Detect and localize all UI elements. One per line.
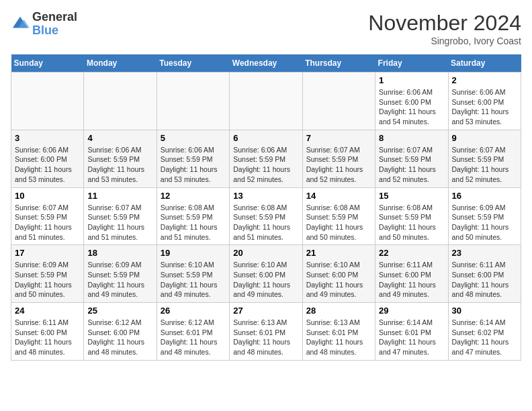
title-block: November 2024 Singrobo, Ivory Coast — [368, 11, 521, 46]
weekday-header: Wednesday — [230, 54, 302, 73]
day-number: 27 — [233, 306, 298, 316]
day-number: 5 — [161, 133, 226, 143]
calendar-cell: 26Sunrise: 6:12 AM Sunset: 6:01 PM Dayli… — [157, 303, 229, 361]
calendar-header: SundayMondayTuesdayWednesdayThursdayFrid… — [11, 54, 521, 73]
month-title: November 2024 — [368, 11, 521, 36]
day-number: 29 — [379, 306, 444, 316]
day-number: 24 — [15, 306, 80, 316]
calendar-cell: 22Sunrise: 6:11 AM Sunset: 6:00 PM Dayli… — [375, 245, 448, 303]
day-number: 10 — [15, 191, 80, 201]
day-info: Sunrise: 6:07 AM Sunset: 5:59 PM Dayligh… — [15, 203, 80, 242]
weekday-row: SundayMondayTuesdayWednesdayThursdayFrid… — [11, 54, 521, 73]
day-number: 23 — [452, 248, 517, 258]
day-info: Sunrise: 6:06 AM Sunset: 5:59 PM Dayligh… — [87, 145, 152, 185]
day-info: Sunrise: 6:06 AM Sunset: 6:00 PM Dayligh… — [379, 87, 444, 127]
day-number: 3 — [15, 133, 80, 143]
calendar-cell: 30Sunrise: 6:14 AM Sunset: 6:02 PM Dayli… — [448, 303, 521, 361]
weekday-header: Thursday — [302, 54, 375, 73]
day-info: Sunrise: 6:14 AM Sunset: 6:01 PM Dayligh… — [379, 318, 444, 357]
weekday-header: Tuesday — [157, 54, 229, 73]
calendar-cell: 15Sunrise: 6:08 AM Sunset: 5:59 PM Dayli… — [375, 187, 448, 245]
calendar-table: SundayMondayTuesdayWednesdayThursdayFrid… — [11, 54, 521, 361]
week-row: 17Sunrise: 6:09 AM Sunset: 5:59 PM Dayli… — [11, 245, 521, 303]
day-info: Sunrise: 6:08 AM Sunset: 5:59 PM Dayligh… — [379, 203, 444, 242]
calendar-cell: 2Sunrise: 6:06 AM Sunset: 6:00 PM Daylig… — [448, 73, 521, 130]
calendar-cell: 5Sunrise: 6:06 AM Sunset: 5:59 PM Daylig… — [157, 130, 229, 187]
calendar-cell: 18Sunrise: 6:09 AM Sunset: 5:59 PM Dayli… — [84, 245, 157, 303]
day-info: Sunrise: 6:14 AM Sunset: 6:02 PM Dayligh… — [452, 318, 517, 357]
day-number: 7 — [306, 133, 371, 143]
day-number: 28 — [306, 306, 371, 316]
calendar-body: 1Sunrise: 6:06 AM Sunset: 6:00 PM Daylig… — [11, 73, 521, 361]
day-info: Sunrise: 6:08 AM Sunset: 5:59 PM Dayligh… — [161, 203, 226, 242]
day-number: 26 — [161, 306, 226, 316]
calendar-cell: 27Sunrise: 6:13 AM Sunset: 6:01 PM Dayli… — [230, 303, 302, 361]
calendar-cell: 23Sunrise: 6:11 AM Sunset: 6:00 PM Dayli… — [448, 245, 521, 303]
calendar-cell: 17Sunrise: 6:09 AM Sunset: 5:59 PM Dayli… — [11, 245, 84, 303]
calendar-cell: 21Sunrise: 6:10 AM Sunset: 6:00 PM Dayli… — [302, 245, 375, 303]
day-info: Sunrise: 6:06 AM Sunset: 5:59 PM Dayligh… — [233, 145, 298, 185]
day-number: 16 — [452, 191, 517, 201]
calendar-cell: 4Sunrise: 6:06 AM Sunset: 5:59 PM Daylig… — [84, 130, 157, 187]
day-number: 15 — [379, 191, 444, 201]
calendar-cell: 3Sunrise: 6:06 AM Sunset: 6:00 PM Daylig… — [11, 130, 84, 187]
day-info: Sunrise: 6:11 AM Sunset: 6:00 PM Dayligh… — [379, 260, 444, 300]
day-info: Sunrise: 6:07 AM Sunset: 5:59 PM Dayligh… — [379, 145, 444, 185]
week-row: 24Sunrise: 6:11 AM Sunset: 6:00 PM Dayli… — [11, 303, 521, 361]
day-info: Sunrise: 6:11 AM Sunset: 6:00 PM Dayligh… — [452, 260, 517, 300]
day-number: 11 — [87, 191, 152, 201]
day-number: 30 — [452, 306, 517, 316]
day-number: 21 — [306, 248, 371, 258]
calendar-cell: 24Sunrise: 6:11 AM Sunset: 6:00 PM Dayli… — [11, 303, 84, 361]
calendar-cell: 20Sunrise: 6:10 AM Sunset: 6:00 PM Dayli… — [230, 245, 302, 303]
day-info: Sunrise: 6:07 AM Sunset: 5:59 PM Dayligh… — [87, 203, 152, 242]
day-number: 4 — [87, 133, 152, 143]
day-info: Sunrise: 6:07 AM Sunset: 5:59 PM Dayligh… — [452, 145, 517, 185]
calendar-cell: 25Sunrise: 6:12 AM Sunset: 6:00 PM Dayli… — [84, 303, 157, 361]
day-info: Sunrise: 6:06 AM Sunset: 5:59 PM Dayligh… — [161, 145, 226, 185]
day-info: Sunrise: 6:12 AM Sunset: 6:01 PM Dayligh… — [161, 318, 226, 357]
day-number: 25 — [87, 306, 152, 316]
day-info: Sunrise: 6:09 AM Sunset: 5:59 PM Dayligh… — [87, 260, 152, 300]
calendar-cell: 8Sunrise: 6:07 AM Sunset: 5:59 PM Daylig… — [375, 130, 448, 187]
calendar-cell: 10Sunrise: 6:07 AM Sunset: 5:59 PM Dayli… — [11, 187, 84, 245]
calendar-cell: 12Sunrise: 6:08 AM Sunset: 5:59 PM Dayli… — [157, 187, 229, 245]
day-info: Sunrise: 6:09 AM Sunset: 5:59 PM Dayligh… — [452, 203, 517, 242]
calendar-cell — [230, 73, 302, 130]
calendar-cell: 1Sunrise: 6:06 AM Sunset: 6:00 PM Daylig… — [375, 73, 448, 130]
calendar-cell: 9Sunrise: 6:07 AM Sunset: 5:59 PM Daylig… — [448, 130, 521, 187]
day-info: Sunrise: 6:13 AM Sunset: 6:01 PM Dayligh… — [233, 318, 298, 357]
week-row: 1Sunrise: 6:06 AM Sunset: 6:00 PM Daylig… — [11, 73, 521, 130]
day-info: Sunrise: 6:08 AM Sunset: 5:59 PM Dayligh… — [233, 203, 298, 242]
day-info: Sunrise: 6:13 AM Sunset: 6:01 PM Dayligh… — [306, 318, 371, 357]
day-number: 17 — [15, 248, 80, 258]
calendar-cell: 16Sunrise: 6:09 AM Sunset: 5:59 PM Dayli… — [448, 187, 521, 245]
day-info: Sunrise: 6:09 AM Sunset: 5:59 PM Dayligh… — [15, 260, 80, 300]
weekday-header: Saturday — [448, 54, 521, 73]
day-number: 19 — [161, 248, 226, 258]
page-header: General Blue November 2024 Singrobo, Ivo… — [11, 11, 521, 46]
calendar-cell — [302, 73, 375, 130]
day-info: Sunrise: 6:10 AM Sunset: 6:00 PM Dayligh… — [233, 260, 298, 300]
day-info: Sunrise: 6:06 AM Sunset: 6:00 PM Dayligh… — [15, 145, 80, 185]
day-info: Sunrise: 6:06 AM Sunset: 6:00 PM Dayligh… — [452, 87, 517, 127]
day-number: 13 — [233, 191, 298, 201]
day-number: 20 — [233, 248, 298, 258]
day-number: 9 — [452, 133, 517, 143]
weekday-header: Sunday — [11, 54, 84, 73]
logo-icon — [11, 15, 30, 34]
logo-text: General Blue — [32, 11, 77, 38]
calendar-cell: 28Sunrise: 6:13 AM Sunset: 6:01 PM Dayli… — [302, 303, 375, 361]
calendar-cell: 7Sunrise: 6:07 AM Sunset: 5:59 PM Daylig… — [302, 130, 375, 187]
day-info: Sunrise: 6:10 AM Sunset: 6:00 PM Dayligh… — [306, 260, 371, 300]
day-info: Sunrise: 6:11 AM Sunset: 6:00 PM Dayligh… — [15, 318, 80, 357]
logo: General Blue — [11, 11, 77, 38]
day-info: Sunrise: 6:10 AM Sunset: 5:59 PM Dayligh… — [161, 260, 226, 300]
calendar-cell: 6Sunrise: 6:06 AM Sunset: 5:59 PM Daylig… — [230, 130, 302, 187]
week-row: 10Sunrise: 6:07 AM Sunset: 5:59 PM Dayli… — [11, 187, 521, 245]
day-number: 8 — [379, 133, 444, 143]
calendar-cell: 19Sunrise: 6:10 AM Sunset: 5:59 PM Dayli… — [157, 245, 229, 303]
day-info: Sunrise: 6:12 AM Sunset: 6:00 PM Dayligh… — [87, 318, 152, 357]
calendar-cell — [11, 73, 84, 130]
day-number: 6 — [233, 133, 298, 143]
